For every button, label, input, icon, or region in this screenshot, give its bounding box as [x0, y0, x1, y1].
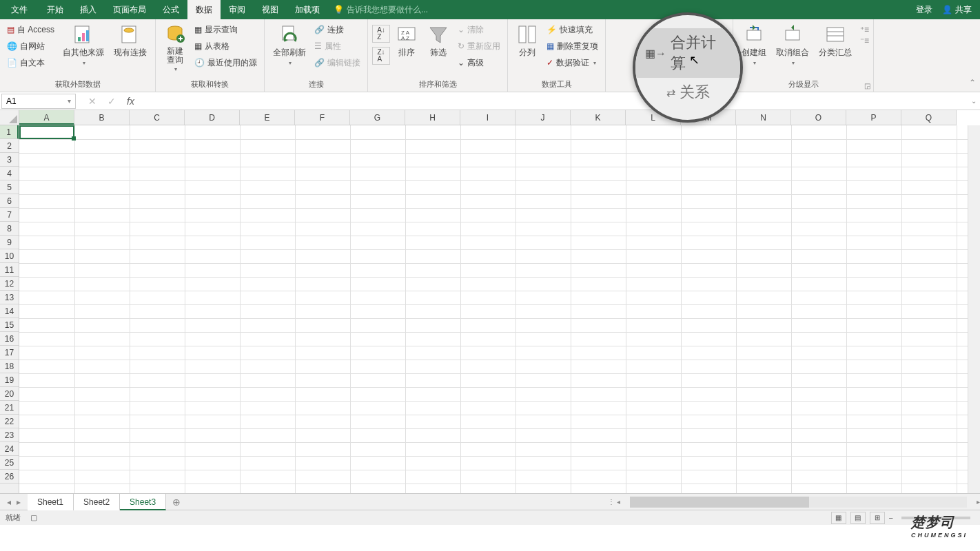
tab-公式[interactable]: 公式 [154, 0, 187, 19]
row-header[interactable]: 11 [0, 263, 19, 277]
from-web-button[interactable]: 🌐自网站 [4, 39, 57, 54]
tab-插入[interactable]: 插入 [72, 0, 105, 19]
sheet-tab[interactable]: Sheet3 [120, 494, 166, 510]
dialog-launcher-icon[interactable]: ◲ [864, 82, 870, 90]
refresh-all-button[interactable]: 全部刷新 [269, 22, 310, 67]
col-header[interactable]: J [515, 110, 571, 125]
sort-desc-button[interactable]: Z↓A [372, 47, 390, 65]
row-header[interactable]: 5 [0, 180, 19, 194]
advanced-filter-button[interactable]: ⌄高级 [455, 55, 503, 70]
row-header[interactable]: 9 [0, 236, 19, 249]
row-header[interactable]: 23 [0, 428, 19, 442]
text-to-columns-button[interactable]: 分列 [512, 22, 542, 60]
row-header[interactable]: 16 [0, 332, 19, 346]
recent-sources-button[interactable]: 🕘最近使用的源 [192, 55, 260, 70]
row-header[interactable]: 1 [0, 125, 19, 139]
row-header[interactable]: 12 [0, 277, 19, 291]
show-detail-icon[interactable]: ⁺≡ [860, 25, 869, 34]
row-headers[interactable]: 1234567891011121314151617181920212223242… [0, 125, 19, 493]
col-header[interactable]: K [571, 110, 626, 125]
sheet-tab[interactable]: Sheet1 [28, 494, 74, 510]
normal-view-icon[interactable]: ▦ [831, 512, 846, 524]
sort-asc-button[interactable]: A↓Z [372, 25, 390, 43]
tab-数据[interactable]: 数据 [187, 0, 221, 19]
tab-开始[interactable]: 开始 [39, 0, 72, 19]
row-header[interactable]: 18 [0, 360, 19, 373]
row-header[interactable]: 24 [0, 442, 19, 456]
tab-视图[interactable]: 视图 [254, 0, 287, 19]
page-layout-view-icon[interactable]: ▤ [850, 512, 866, 524]
row-header[interactable]: 14 [0, 304, 19, 318]
col-header[interactable]: P [846, 110, 901, 125]
tab-页面布局[interactable]: 页面布局 [105, 0, 154, 19]
collapse-ribbon-icon[interactable]: ⌃ [969, 78, 976, 87]
hide-detail-icon[interactable]: ⁻≡ [860, 36, 869, 45]
remove-duplicates-button[interactable]: ▦删除重复项 [544, 39, 601, 54]
show-query-button[interactable]: ▦显示查询 [192, 22, 260, 37]
vertical-scrollbar[interactable] [968, 125, 980, 493]
name-box[interactable]: A1▾ [1, 94, 76, 109]
row-header[interactable]: 10 [0, 249, 19, 263]
subtotal-button[interactable]: 分类汇总 [815, 22, 856, 60]
col-header[interactable]: F [295, 110, 350, 125]
existing-conn-button[interactable]: 现有连接 [110, 22, 151, 60]
tell-me-search[interactable]: 💡 告诉我您想要做什么... [334, 4, 428, 16]
cell-grid[interactable] [19, 125, 980, 493]
new-query-button[interactable]: 新建 查询 [160, 22, 190, 74]
row-header[interactable]: 22 [0, 415, 19, 428]
macro-record-icon[interactable]: ▢ [30, 513, 37, 522]
col-header[interactable]: E [240, 110, 295, 125]
col-header[interactable]: Q [901, 110, 957, 125]
row-header[interactable]: 3 [0, 153, 19, 167]
select-all-corner[interactable] [0, 110, 19, 125]
from-text-button[interactable]: 📄自文本 [4, 55, 57, 70]
expand-formula-icon[interactable]: ⌄ [968, 97, 980, 105]
row-header[interactable]: 25 [0, 456, 19, 470]
share-button[interactable]: 👤 共享 [942, 4, 972, 16]
ungroup-button[interactable]: 取消组合 [772, 22, 813, 67]
col-header[interactable]: B [74, 110, 130, 125]
active-cell[interactable] [19, 125, 74, 139]
sort-button[interactable]: Z AA Z 排序 [391, 22, 422, 60]
flash-fill-button[interactable]: ⚡快速填充 [544, 22, 601, 37]
row-header[interactable]: 13 [0, 291, 19, 304]
page-break-view-icon[interactable]: ⊞ [870, 512, 885, 524]
from-access-button[interactable]: ▤自 Access [4, 22, 57, 37]
row-header[interactable]: 2 [0, 139, 19, 153]
col-header[interactable]: O [791, 110, 846, 125]
col-header[interactable]: N [736, 110, 791, 125]
sheet-tab[interactable]: Sheet2 [74, 494, 120, 510]
row-header[interactable]: 19 [0, 373, 19, 387]
connections-button[interactable]: 🔗连接 [312, 22, 363, 37]
row-header[interactable]: 15 [0, 318, 19, 332]
formula-input[interactable] [145, 94, 968, 109]
row-header[interactable]: 7 [0, 208, 19, 222]
tab-加载项[interactable]: 加载项 [287, 0, 328, 19]
tab-文件[interactable]: 文件 [0, 0, 39, 19]
row-header[interactable]: 21 [0, 401, 19, 415]
tab-审阅[interactable]: 审阅 [221, 0, 254, 19]
row-header[interactable]: 6 [0, 194, 19, 208]
from-other-button[interactable]: 自其他来源 [59, 22, 108, 67]
row-header[interactable]: 4 [0, 167, 19, 180]
col-header[interactable]: D [185, 110, 240, 125]
col-header[interactable]: G [350, 110, 405, 125]
from-table-button[interactable]: ▦从表格 [192, 39, 260, 54]
filter-button[interactable]: 筛选 [423, 22, 453, 60]
zoom-out-icon[interactable]: − [889, 514, 893, 522]
login-button[interactable]: 登录 [916, 4, 932, 16]
col-header[interactable]: C [130, 110, 185, 125]
column-headers[interactable]: ABCDEFGHIJKLMNOPQ [19, 110, 957, 125]
data-validation-button[interactable]: ✓数据验证 [544, 55, 601, 70]
col-header[interactable]: A [19, 110, 74, 125]
row-header[interactable]: 26 [0, 470, 19, 484]
sheet-nav[interactable]: ◂▸ [0, 497, 28, 507]
col-header[interactable]: H [405, 110, 460, 125]
row-header[interactable]: 20 [0, 387, 19, 401]
col-header[interactable]: I [460, 110, 515, 125]
add-sheet-button[interactable]: ⊕ [166, 497, 187, 508]
row-header[interactable]: 8 [0, 222, 19, 236]
horizontal-scrollbar[interactable]: ⋮ ◂ ▸ [608, 497, 980, 508]
row-header[interactable]: 17 [0, 346, 19, 360]
fx-icon[interactable]: fx [121, 96, 140, 107]
